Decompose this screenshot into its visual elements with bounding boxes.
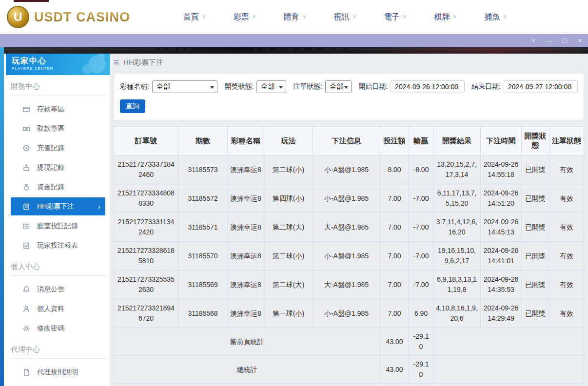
nav-item-lottery[interactable]: 彩票 ˅	[219, 12, 270, 22]
sidebar-item-profile[interactable]: 個人資料	[4, 299, 110, 319]
players-center-header: 玩家中心 PLAYERS CENTER	[6, 54, 110, 75]
nav-item-video[interactable]: 視訊 ˅	[320, 12, 370, 22]
sidebar-item-deposit[interactable]: 存款專區	[4, 99, 110, 119]
cell-bet-info: 小-A盤@1.985	[313, 242, 380, 270]
start-date-input[interactable]	[391, 80, 465, 93]
section-title-finance: 財務中心	[11, 82, 107, 96]
top-edge-artifact	[14, 0, 49, 2]
collapse-icon[interactable]: ˅	[526, 34, 541, 47]
cell-order-status: 有效	[549, 155, 584, 184]
gear-icon	[22, 325, 30, 332]
recharge-icon	[22, 144, 30, 152]
sidebar-item-change-password[interactable]: 修改密碼	[4, 319, 110, 338]
total-summary-row: 總統計 43.00 -29.10	[114, 356, 584, 384]
col-draw-result: 開獎結果	[433, 127, 481, 155]
sidebar-item-withdraw[interactable]: 取款專區	[4, 119, 110, 138]
nav-item-slots[interactable]: 電子 ˅	[370, 12, 420, 22]
cell-order-status: 有效	[549, 270, 584, 299]
draw-status-select[interactable]: 全部	[256, 80, 286, 93]
funds-icon	[22, 183, 30, 191]
bets-table-panel: 訂單號 期數 彩種名稱 玩法 下注信息 投注額 輸贏 開獎結果 下注時間 開獎狀…	[114, 126, 584, 384]
finance-menu: 存款專區 取款專區 充值記錄 提現記錄	[4, 99, 110, 255]
cell-bet-amount: 8.00	[380, 155, 409, 184]
sidebar-item-room-bet-record[interactable]: 廳室投註記錄	[4, 216, 110, 236]
bell-icon	[22, 286, 30, 293]
main-content: ≡ HH彩票下注 彩種名稱: 全部 開獎狀態: 全部 注單狀態: 全部	[114, 54, 584, 386]
personal-menu: 消息公告 個人資料 修改密碼	[4, 280, 110, 338]
cell-bet-info: 小-A盤@1.985	[313, 155, 380, 184]
sidebar-item-label: 消息公告	[37, 285, 64, 294]
nav-item-cards[interactable]: 棋牌 ˅	[420, 12, 470, 22]
sidebar-item-funds-record[interactable]: 資金記錄	[4, 177, 110, 197]
section-title-agent: 代理中心	[11, 345, 107, 359]
cell-play-type: 第二球(大)	[264, 213, 313, 242]
cell-period: 31185570	[178, 242, 228, 270]
col-bet-amount: 投注額	[380, 127, 409, 155]
cell-bet-amount: 7.00	[380, 299, 409, 328]
players-center-title: 玩家中心	[12, 56, 110, 66]
table-row: 2152172733286185810 31185570 澳洲幸运8 第二球(小…	[114, 242, 584, 270]
sidebar-item-hh-lottery-bets[interactable]: HH彩票下注 ›	[11, 197, 105, 215]
nav-item-home[interactable]: 首頁 ˅	[169, 12, 219, 22]
order-status-label: 注單狀態:	[293, 82, 322, 91]
chevron-down-icon: ˅	[453, 14, 457, 20]
nav-item-fishing[interactable]: 捕魚 ˅	[470, 12, 521, 22]
person-icon	[22, 305, 30, 313]
total-summary-bet: 43.00	[380, 356, 409, 384]
sidebar-item-agent-rules[interactable]: 代理規則說明	[4, 363, 110, 382]
cell-order-status: 有效	[549, 213, 584, 242]
chevron-down-icon: ˅	[202, 14, 206, 20]
sidebar: 玩家中心 PLAYERS CENTER 財務中心 存款專區 取款專區	[4, 54, 110, 386]
sidebar-item-announcements[interactable]: 消息公告	[4, 280, 110, 299]
col-bet-time: 下注時間	[481, 127, 522, 155]
col-order-status: 注單狀態	[549, 127, 584, 155]
search-button[interactable]: 查詢	[120, 99, 145, 113]
table-row: 2152172733311342420 31185571 澳洲幸运8 第二球(大…	[114, 213, 584, 242]
sidebar-item-player-bet-report[interactable]: 玩家投注報表	[4, 236, 110, 255]
col-period: 期數	[178, 127, 228, 155]
cell-win-loss: -7.00	[409, 242, 433, 270]
nav-item-sports[interactable]: 體育 ˅	[270, 12, 320, 22]
end-date-input[interactable]	[504, 80, 578, 93]
cell-draw-status: 已開獎	[522, 184, 549, 213]
hamburger-icon[interactable]: ≡	[114, 57, 119, 68]
sidebar-item-label: 取款專區	[37, 124, 64, 133]
cell-lottery-name: 澳洲幸运8	[228, 299, 264, 328]
top-navigation: U USDT CASINO 首頁 ˅ 彩票 ˅ 體育 ˅ 視訊 ˅ 電子 ˅ 棋…	[0, 0, 588, 34]
page-summary-winloss: -29.10	[409, 328, 433, 356]
bets-table: 訂單號 期數 彩種名稱 玩法 下注信息 投注額 輸贏 開獎結果 下注時間 開獎狀…	[114, 126, 584, 384]
cell-bet-time: 2024-09-26 14:51:20	[481, 184, 522, 213]
logo-badge-icon: U	[7, 6, 29, 28]
deposit-icon	[22, 105, 30, 113]
chevron-down-icon: ˅	[253, 14, 256, 20]
cell-order-number: 2152172733311342420	[114, 213, 178, 242]
order-status-select[interactable]: 全部	[325, 80, 352, 93]
cell-draw-status: 已開獎	[522, 155, 549, 184]
page-summary-bet: 43.00	[380, 328, 409, 356]
cell-order-status: 有效	[549, 299, 584, 328]
background-band	[0, 47, 588, 54]
cell-draw-result: 6,11,17,13,7,5,15,20	[433, 184, 481, 213]
sidebar-item-cashout-record[interactable]: 提現記錄	[4, 158, 110, 177]
col-draw-status: 開獎狀態	[522, 127, 549, 155]
lottery-type-select[interactable]: 全部	[152, 80, 218, 93]
col-win-loss: 輸贏	[409, 127, 433, 155]
left-accent-strip	[0, 47, 4, 386]
cell-play-type: 第一球(小)	[264, 299, 313, 328]
cell-lottery-name: 澳洲幸运8	[228, 270, 264, 299]
maximize-icon[interactable]: □	[557, 34, 572, 47]
select-caret-icon	[344, 86, 348, 89]
minimize-icon[interactable]: —	[541, 34, 557, 47]
cell-order-number: 2152172733348088330	[114, 184, 178, 213]
filter-row: 彩種名稱: 全部 開獎狀態: 全部 注單狀態: 全部 開始日期: 結束日期:	[120, 80, 578, 93]
sidebar-item-label: 廳室投註記錄	[37, 222, 78, 231]
cell-bet-amount: 7.00	[380, 242, 409, 270]
page-title: HH彩票下注	[123, 58, 163, 67]
brand-logo[interactable]: U USDT CASINO	[7, 6, 130, 28]
sidebar-item-recharge-record[interactable]: 充值記錄	[4, 138, 110, 158]
cell-bet-time: 2024-09-26 14:55:18	[481, 155, 522, 184]
close-icon[interactable]: ×	[572, 34, 588, 47]
cell-win-loss: 6.90	[409, 299, 433, 328]
table-row: 2152172733255352630 31185569 澳洲幸运8 第二球(大…	[114, 270, 584, 299]
cell-order-status: 有效	[549, 184, 584, 213]
